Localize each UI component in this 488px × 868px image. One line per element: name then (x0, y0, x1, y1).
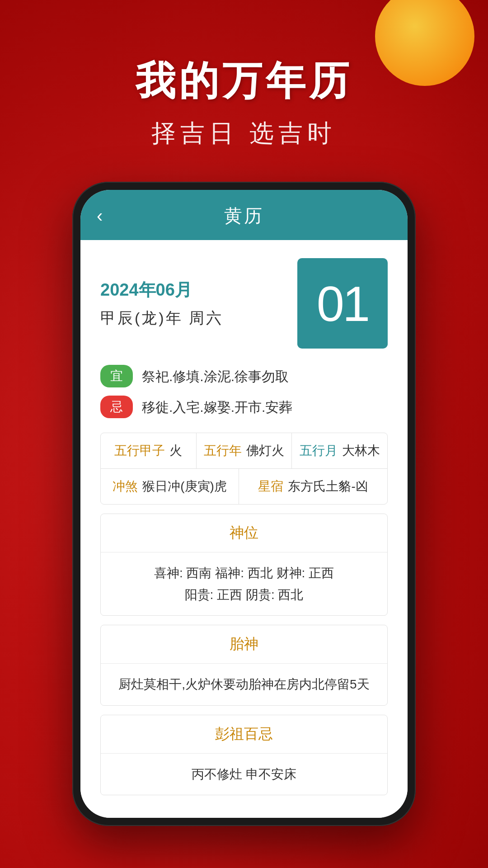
wuxing-yue-cell: 五行月 大林木 (292, 433, 387, 468)
wuxing-nian-label: 五行年 (204, 442, 242, 459)
xing-su-label: 星宿 (258, 478, 283, 495)
app-header: ‹ 黄历 (80, 190, 408, 240)
year-month: 2024年06月 (100, 278, 223, 302)
wuxing-nian-value: 佛灯火 (246, 442, 284, 459)
date-left: 2024年06月 甲辰(龙)年 周六 (100, 278, 223, 329)
yi-row: 宜 祭祀.修填.涂泥.徐事勿取 (100, 365, 388, 387)
xing-su-value: 东方氏土貉-凶 (288, 478, 368, 495)
main-content: 2024年06月 甲辰(龙)年 周六 01 宜 祭祀.修填.涂泥.徐事勿取 忌 (80, 240, 408, 818)
yi-ji-section: 宜 祭祀.修填.涂泥.徐事勿取 忌 移徙.入宅.嫁娶.开市.安葬 (100, 365, 388, 418)
day-number: 01 (317, 275, 368, 332)
xing-su-cell: 星宿 东方氏土貉-凶 (239, 469, 387, 504)
peng-zu-card: 彭祖百忌 丙不修灶 申不安床 (100, 715, 388, 796)
chong-sha-cell: 冲煞 猴日冲(庚寅)虎 (101, 469, 239, 504)
wuxing-jiazi-value: 火 (169, 442, 182, 459)
wuxing-yue-label: 五行月 (300, 442, 338, 459)
wuxing-jiazi-cell: 五行甲子 火 (101, 433, 197, 468)
header-title: 黄历 (224, 203, 264, 228)
chong-sha-row: 冲煞 猴日冲(庚寅)虎 星宿 东方氏土貉-凶 (101, 469, 387, 504)
app-title: 我的万年历 (136, 54, 352, 108)
shen-wei-card: 神位 喜神: 西南 福神: 西北 财神: 正西 阳贵: 正西 阴贵: 西北 (100, 514, 388, 616)
wuxing-yue-value: 大林木 (342, 442, 380, 459)
tai-shen-content: 厨灶莫相干,火炉休要动胎神在房内北停留5天 (101, 664, 387, 705)
wuxing-jiazi-label: 五行甲子 (114, 442, 165, 459)
chong-sha-value: 猴日冲(庚寅)虎 (142, 478, 227, 495)
tai-shen-title: 胎神 (101, 625, 387, 664)
peng-zu-content: 丙不修灶 申不安床 (101, 754, 387, 795)
phone-screen: ‹ 黄历 2024年06月 甲辰(龙)年 周六 01 (80, 190, 408, 818)
shen-wei-title: 神位 (101, 514, 387, 552)
five-elements-row: 五行甲子 火 五行年 佛灯火 五行月 大林木 (101, 433, 387, 469)
phone-mockup: ‹ 黄历 2024年06月 甲辰(龙)年 周六 01 (72, 182, 416, 826)
ji-row: 忌 移徙.入宅.嫁娶.开市.安葬 (100, 396, 388, 418)
back-button[interactable]: ‹ (97, 206, 103, 226)
wuxing-nian-cell: 五行年 佛灯火 (197, 433, 292, 468)
ji-text: 移徙.入宅.嫁娶.开市.安葬 (142, 397, 292, 417)
lunar-info: 甲辰(龙)年 周六 (100, 308, 223, 329)
ji-badge: 忌 (100, 396, 133, 418)
peng-zu-title: 彭祖百忌 (101, 715, 387, 754)
tai-shen-card: 胎神 厨灶莫相干,火炉休要动胎神在房内北停留5天 (100, 625, 388, 706)
shen-wei-content: 喜神: 西南 福神: 西北 财神: 正西 阳贵: 正西 阴贵: 西北 (101, 552, 387, 615)
yi-text: 祭祀.修填.涂泥.徐事勿取 (142, 366, 289, 387)
date-section: 2024年06月 甲辰(龙)年 周六 01 (100, 258, 388, 349)
day-box: 01 (297, 258, 388, 349)
chong-sha-label: 冲煞 (113, 478, 138, 495)
yi-badge: 宜 (100, 365, 133, 387)
five-elements-grid: 五行甲子 火 五行年 佛灯火 五行月 大林木 (100, 433, 388, 505)
app-subtitle: 择吉日 选吉时 (151, 117, 336, 150)
